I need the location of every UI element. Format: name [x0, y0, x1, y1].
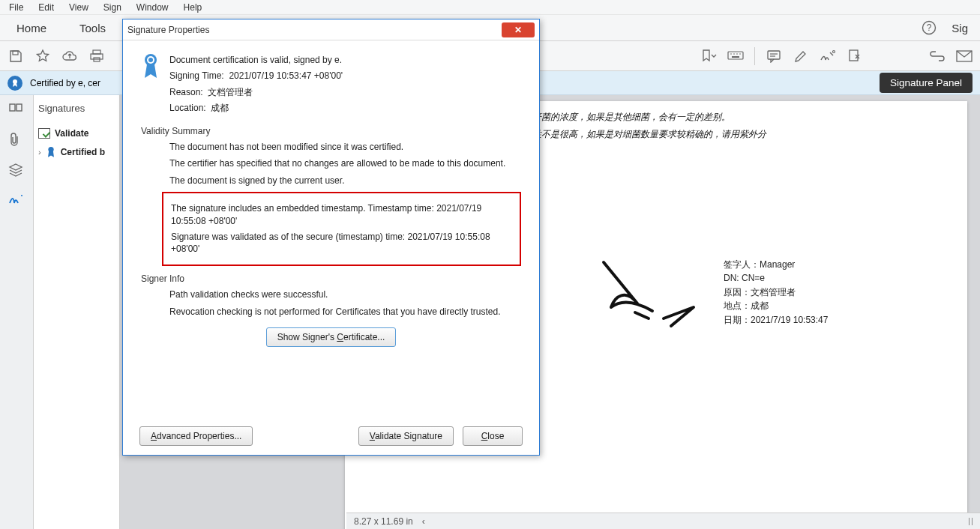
certification-text: Certified by e, cer [30, 78, 100, 88]
reason-label: Reason: [169, 87, 203, 97]
certified-signature-row[interactable]: › Certified b [38, 142, 115, 162]
menu-edit[interactable]: Edit [32, 2, 60, 13]
page-text-line1: 杆菌的浓度，如果是其他细菌，会有一定的差别。 [532, 109, 766, 126]
svg-point-21 [21, 195, 22, 196]
svg-rect-4 [91, 54, 103, 59]
validity-line-3: The document is signed by the current us… [169, 175, 521, 187]
attachments-icon[interactable] [8, 133, 25, 149]
signatures-heading: Signatures [38, 103, 115, 114]
page-dimensions: 8.27 x 11.69 in [354, 516, 413, 527]
validate-signature-button[interactable]: Validate Signature [358, 426, 454, 446]
close-button[interactable]: Close [463, 426, 523, 446]
svg-point-9 [736, 53, 738, 55]
ribbon-icon [46, 146, 56, 158]
page-prev-icon[interactable]: ‹ [422, 516, 425, 527]
validate-icon [38, 128, 50, 139]
signatures-rail-icon[interactable] [8, 193, 25, 209]
signer-line-1: Path validation checks were successful. [169, 288, 521, 301]
dialog-title: Signature Properties [127, 25, 209, 35]
page-text: 杆菌的浓度，如果是其他细菌，会有一定的差别。 性不是很高，如果是对细菌数量要求较… [532, 109, 766, 143]
sign-icon[interactable] [820, 48, 836, 64]
show-certificate-button[interactable]: Show Signer's Certificate... [266, 327, 397, 347]
svg-point-8 [733, 53, 735, 55]
page-text-line2: 性不是很高，如果是对细菌数量要求较精确的，请用紫外分 [532, 126, 766, 143]
mail-icon[interactable] [956, 48, 973, 64]
save-icon[interactable] [7, 48, 24, 64]
sig-dn: DN: CN=e [724, 271, 828, 285]
advanced-properties-button[interactable]: Advanced Properties... [139, 426, 253, 446]
bookmark-dropdown-icon[interactable] [700, 48, 717, 64]
signing-time-label: Signing Time: [169, 70, 224, 81]
svg-rect-12 [768, 51, 780, 59]
svg-text:?: ? [927, 22, 932, 33]
signer-line-2: Revocation checking is not performed for… [169, 306, 521, 318]
highlight-icon[interactable] [793, 48, 809, 64]
svg-rect-3 [93, 50, 100, 54]
layers-icon[interactable] [8, 163, 25, 179]
validity-line-1: The document has not been modified since… [169, 141, 521, 154]
help-icon[interactable]: ? [922, 20, 937, 35]
dialog-titlebar[interactable]: Signature Properties ✕ [123, 19, 539, 40]
sig-date: 日期：2021/7/19 10:53:47 [724, 313, 828, 327]
svg-point-10 [739, 53, 741, 55]
chevron-right-icon: › [38, 148, 41, 157]
certified-label: Certified b [61, 147, 105, 157]
validate-all-row[interactable]: Validate [38, 124, 115, 142]
sig-location: 地点：成都 [724, 299, 828, 313]
tab-tools[interactable]: Tools [63, 15, 122, 40]
timestamp-line-2: Signature was validated as of the secure… [171, 231, 512, 256]
left-rail [0, 95, 34, 529]
timestamp-highlight-box: The signature includes an embedded times… [162, 192, 521, 266]
signature-panel-button[interactable]: Signature Panel [880, 73, 973, 93]
location-value: 成都 [211, 103, 229, 113]
timestamp-line-1: The signature includes an embedded times… [171, 202, 512, 228]
svg-rect-19 [10, 104, 15, 111]
attach-page-icon[interactable] [847, 48, 863, 64]
keyboard-icon[interactable] [727, 48, 744, 64]
svg-rect-20 [16, 104, 22, 111]
signing-time-value: 2021/07/19 10:53:47 +08'00' [229, 70, 343, 81]
signatures-sidebar: Signatures Validate › Certified b [34, 95, 120, 529]
svg-point-15 [833, 50, 835, 52]
validity-line-2: The certifier has specified that no chan… [169, 157, 521, 170]
cert-badge-icon [7, 76, 22, 91]
menu-sign[interactable]: Sign [97, 2, 127, 13]
menu-window[interactable]: Window [130, 2, 175, 13]
svg-point-7 [730, 53, 732, 55]
tab-home[interactable]: Home [0, 15, 63, 40]
print-icon[interactable] [88, 48, 105, 64]
sig-reason: 原因：文档管理者 [724, 285, 828, 300]
signature-block[interactable]: 签字人：Manager DN: CN=e 原因：文档管理者 地点：成都 日期：2… [581, 251, 828, 333]
validity-summary-header: Validity Summary [141, 126, 521, 136]
menu-view[interactable]: View [63, 2, 94, 13]
svg-rect-2 [13, 51, 18, 55]
signature-properties-dialog: Signature Properties ✕ Document certific… [122, 19, 540, 456]
status-bar: 8.27 x 11.69 in ‹ [346, 513, 980, 529]
svg-rect-11 [732, 56, 739, 58]
thumbnails-icon[interactable] [8, 103, 25, 119]
link-icon[interactable] [929, 48, 946, 64]
menu-file[interactable]: File [3, 2, 29, 13]
signature-image-icon [581, 251, 709, 333]
comment-icon[interactable] [766, 48, 782, 64]
tab-signin[interactable]: Sig [947, 22, 973, 34]
ribbon-badge-icon [141, 52, 160, 79]
signature-info: 签字人：Manager DN: CN=e 原因：文档管理者 地点：成都 日期：2… [724, 258, 828, 327]
signer-info-header: Signer Info [141, 273, 521, 284]
svg-rect-6 [728, 52, 743, 59]
cloud-icon[interactable] [61, 48, 78, 64]
menubar: File Edit View Sign Window Help [0, 0, 980, 15]
dialog-close-button[interactable]: ✕ [502, 22, 535, 37]
menu-help[interactable]: Help [178, 2, 208, 13]
location-label: Location: [169, 103, 206, 113]
cert-valid-line: Document certification is valid, signed … [169, 55, 342, 65]
sig-signer: 签字人：Manager [724, 258, 828, 272]
reason-value: 文档管理者 [208, 87, 253, 97]
star-icon[interactable] [34, 48, 51, 64]
validate-label: Validate [55, 128, 88, 139]
svg-point-25 [148, 58, 153, 62]
